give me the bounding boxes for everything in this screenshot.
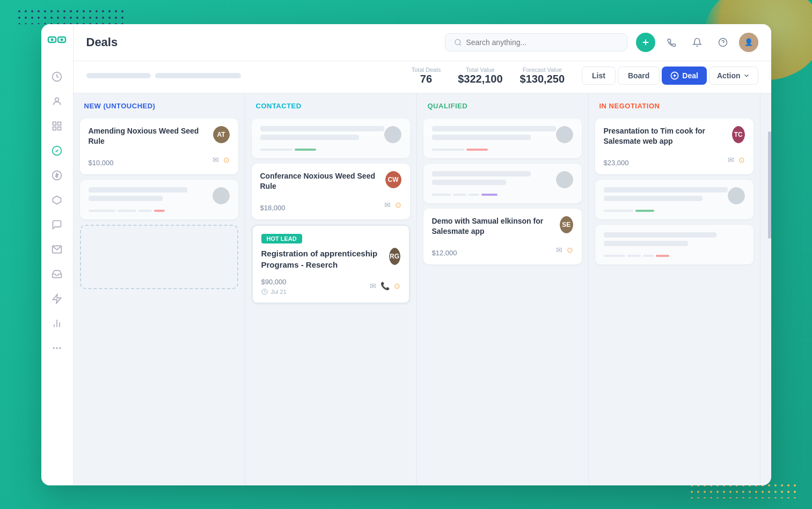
avatar-c5: CW bbox=[385, 171, 401, 188]
sidebar-logo[interactable] bbox=[47, 33, 67, 54]
column-qualified: QUALIFIED bbox=[417, 93, 589, 485]
sidebar-item-contacts[interactable] bbox=[46, 91, 68, 112]
search-bar[interactable] bbox=[445, 33, 627, 51]
stat-total-deals: Total Deals 76 bbox=[412, 67, 441, 85]
board-view-button[interactable]: Board bbox=[618, 67, 660, 85]
column-header-qualified: QUALIFIED bbox=[417, 93, 588, 114]
add-deal-button[interactable]: Deal bbox=[662, 67, 707, 85]
column-header-contacted: CONTACTED bbox=[245, 93, 416, 114]
stat-total-value: Total Value $322,100 bbox=[458, 67, 502, 85]
card-actions-c5: ✉ ⊙ bbox=[384, 201, 401, 209]
drop-zone-new[interactable] bbox=[80, 225, 238, 289]
deal-card-hot-lead[interactable]: HOT LEAD Registration of apprenticeship … bbox=[252, 225, 410, 304]
deal-card-presentation[interactable]: Presantation to Tim cook for Salesmate w… bbox=[595, 119, 754, 174]
mail-icon-demo[interactable]: ✉ bbox=[556, 246, 562, 254]
card-actions-c1: ✉ ⊙ bbox=[213, 156, 230, 164]
navigate-icon-hl[interactable]: ⊙ bbox=[394, 282, 400, 290]
main-container: Deals 👤 bbox=[41, 24, 771, 485]
svg-point-3 bbox=[61, 38, 63, 41]
column-cards-contacted: Conferance Noxious Weed Seed Rule CW $18… bbox=[245, 114, 416, 485]
view-buttons: List Board Deal Action bbox=[582, 67, 758, 85]
deal-card-skeleton-4[interactable] bbox=[423, 164, 582, 203]
sidebar-item-dashboard[interactable] bbox=[46, 66, 68, 87]
mail-icon-hl[interactable]: ✉ bbox=[370, 282, 376, 290]
deal-card-skeleton-3[interactable] bbox=[423, 119, 582, 158]
svg-line-22 bbox=[459, 43, 461, 45]
list-view-button[interactable]: List bbox=[582, 67, 616, 85]
column-cards-new: Amending Noxious Weed Seed Rule AT $10,0… bbox=[74, 114, 245, 485]
column-header-negotiation: IN NEGOTIATION bbox=[589, 93, 760, 114]
sidebar bbox=[41, 24, 74, 485]
sidebar-item-companies[interactable] bbox=[46, 115, 68, 137]
dot-pattern-top-left bbox=[16, 8, 123, 24]
phone-icon-hl[interactable]: 📞 bbox=[381, 282, 390, 290]
navigate-icon-pres[interactable]: ⊙ bbox=[738, 156, 745, 164]
svg-marker-14 bbox=[53, 294, 61, 303]
sidebar-item-messages[interactable] bbox=[46, 214, 68, 235]
filter-section bbox=[86, 73, 394, 78]
search-icon bbox=[454, 38, 462, 47]
header-actions: 👤 bbox=[636, 33, 758, 52]
sidebar-item-money[interactable] bbox=[46, 165, 68, 186]
stats-bar: Total Deals 76 Total Value $322,100 Fore… bbox=[74, 61, 771, 93]
column-cards-qualified: Demo with Samual elkinson for Salesmate … bbox=[417, 114, 588, 485]
sidebar-item-inbox[interactable] bbox=[46, 263, 68, 285]
help-button[interactable] bbox=[713, 33, 733, 52]
navigate-icon-demo[interactable]: ⊙ bbox=[567, 246, 573, 254]
navigate-icon-c5[interactable]: ⊙ bbox=[395, 201, 401, 209]
svg-point-19 bbox=[56, 347, 57, 349]
svg-point-20 bbox=[59, 347, 61, 349]
svg-rect-6 bbox=[53, 122, 56, 125]
svg-rect-7 bbox=[58, 122, 61, 125]
avatar-pres: TC bbox=[732, 126, 745, 143]
avatar-demo: SE bbox=[560, 216, 573, 233]
page-title: Deals bbox=[86, 35, 436, 49]
column-contacted: CONTACTED bbox=[245, 93, 417, 485]
sidebar-item-more[interactable] bbox=[46, 337, 68, 359]
add-button[interactable] bbox=[636, 33, 655, 52]
svg-point-18 bbox=[53, 347, 55, 349]
svg-point-5 bbox=[55, 98, 59, 101]
sidebar-item-lightning[interactable] bbox=[46, 288, 68, 309]
svg-point-2 bbox=[51, 38, 54, 41]
bell-button[interactable] bbox=[687, 33, 707, 52]
hot-lead-badge: HOT LEAD bbox=[261, 234, 302, 244]
content-area: Deals 👤 bbox=[74, 24, 771, 485]
deal-card-skeleton-6[interactable] bbox=[595, 225, 754, 264]
column-cards-negotiation: Presantation to Tim cook for Salesmate w… bbox=[589, 114, 760, 485]
column-header-new: NEW (UNTOUCHED) bbox=[74, 93, 245, 114]
user-avatar[interactable]: 👤 bbox=[739, 33, 758, 52]
filter-bar-1[interactable] bbox=[86, 73, 151, 78]
phone-button[interactable] bbox=[662, 33, 681, 52]
navigate-icon[interactable]: ⊙ bbox=[223, 156, 230, 164]
scroll-thumb[interactable] bbox=[768, 131, 771, 239]
avatar-hot-lead: RG bbox=[389, 248, 400, 265]
header: Deals 👤 bbox=[74, 24, 771, 61]
mail-icon[interactable]: ✉ bbox=[213, 156, 219, 164]
sidebar-item-email[interactable] bbox=[46, 239, 68, 260]
stat-forecast-value: Forecast Value $130,250 bbox=[520, 67, 565, 85]
action-button[interactable]: Action bbox=[709, 67, 758, 85]
avatar-c1: AT bbox=[213, 126, 230, 143]
sidebar-item-products[interactable] bbox=[46, 189, 68, 211]
filter-bar-2[interactable] bbox=[155, 73, 241, 78]
deal-card-amending[interactable]: Amending Noxious Weed Seed Rule AT $10,0… bbox=[80, 119, 238, 174]
deal-card-skeleton-2[interactable] bbox=[252, 119, 410, 158]
deal-card-conferance[interactable]: Conferance Noxious Weed Seed Rule CW $18… bbox=[252, 164, 410, 219]
mail-icon-pres[interactable]: ✉ bbox=[728, 156, 734, 164]
deal-card-skeleton-5[interactable] bbox=[595, 180, 754, 219]
svg-rect-9 bbox=[58, 127, 61, 130]
svg-rect-8 bbox=[53, 127, 56, 130]
column-negotiation: IN NEGOTIATION Presantation to Tim cook … bbox=[589, 93, 760, 485]
column-new: NEW (UNTOUCHED) Amending Noxious Weed Se… bbox=[74, 93, 245, 485]
mail-icon-c5[interactable]: ✉ bbox=[384, 201, 391, 209]
sidebar-item-deals[interactable] bbox=[46, 140, 68, 161]
sidebar-item-reports[interactable] bbox=[46, 313, 68, 334]
search-input[interactable] bbox=[466, 38, 618, 47]
kanban-board: NEW (UNTOUCHED) Amending Noxious Weed Se… bbox=[74, 93, 771, 485]
deal-card-demo[interactable]: Demo with Samual elkinson for Salesmate … bbox=[423, 209, 582, 264]
deal-card-skeleton-1[interactable] bbox=[80, 180, 238, 219]
svg-point-21 bbox=[455, 39, 460, 45]
card-actions-demo: ✉ ⊙ bbox=[556, 246, 573, 254]
